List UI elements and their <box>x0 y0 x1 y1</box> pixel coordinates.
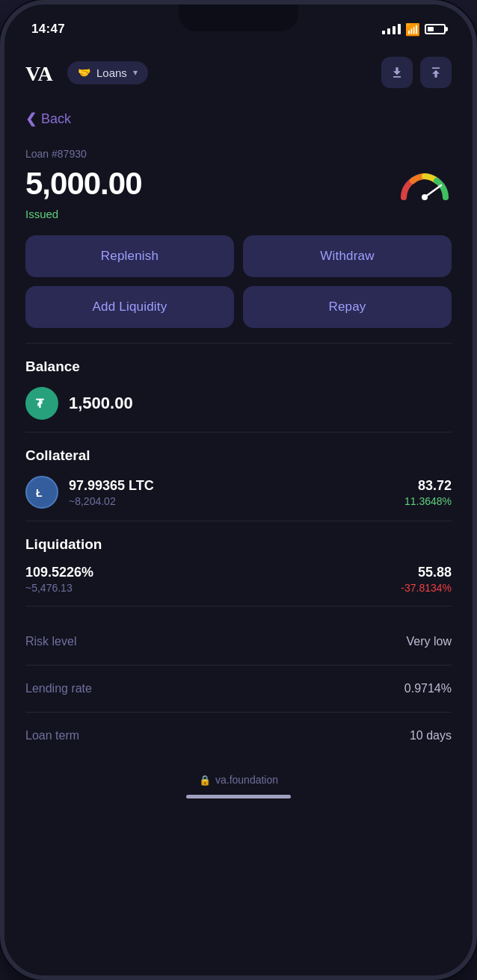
repay-button[interactable]: Repay <box>243 286 452 328</box>
withdraw-button[interactable]: Withdraw <box>243 235 452 277</box>
download-button[interactable] <box>381 57 413 88</box>
lending-rate-value: 0.9714% <box>404 682 452 695</box>
status-icons: 📶 <box>382 22 446 37</box>
collateral-percent: 11.3648% <box>404 495 452 507</box>
action-buttons: Replenish Withdraw Add Liquidity Repay <box>25 235 452 328</box>
collateral-info: 97.99365 LTC ~8,204.02 <box>69 478 394 507</box>
footer-url: va.foundation <box>215 774 278 786</box>
liquidation-neg-percent: -37.8134% <box>401 582 452 594</box>
loan-amount: 5,000.00 <box>25 166 142 202</box>
replenish-button[interactable]: Replenish <box>25 235 234 277</box>
collateral-main-value: 83.72 <box>404 478 452 494</box>
status-bar: 14:47 📶 <box>4 4 473 43</box>
tether-icon: ₮ <box>25 387 58 420</box>
collateral-values: 83.72 11.3648% <box>404 478 452 507</box>
collateral-title: Collateral <box>25 447 452 464</box>
loan-status: Issued <box>25 208 452 220</box>
va-logo: VA <box>25 58 57 87</box>
svg-text:₮: ₮ <box>36 397 44 410</box>
back-label: Back <box>41 111 71 127</box>
header: VA 🤝 Loans ▾ <box>25 43 452 99</box>
back-row: ❮ Back <box>25 99 452 142</box>
back-button[interactable]: ❮ Back <box>25 111 452 127</box>
wifi-icon: 📶 <box>405 22 420 37</box>
header-actions <box>381 57 452 88</box>
risk-level-label: Risk level <box>25 635 76 648</box>
upload-icon <box>428 65 443 80</box>
lock-icon: 🔒 <box>199 775 211 786</box>
collateral-row: Ł 97.99365 LTC ~8,204.02 83.72 11.3648% <box>25 476 452 509</box>
battery-icon <box>425 24 446 34</box>
divider-1 <box>25 343 452 344</box>
loan-info: Loan #87930 5,000.00 <box>25 142 452 235</box>
ltc-icon: Ł <box>25 476 58 509</box>
home-indicator <box>186 795 291 798</box>
loan-term-value: 10 days <box>410 729 452 742</box>
svg-line-1 <box>425 185 441 197</box>
upload-button[interactable] <box>420 57 452 88</box>
lending-rate-row: Lending rate 0.9714% <box>25 666 452 713</box>
risk-gauge <box>398 164 452 203</box>
divider-4 <box>25 606 452 607</box>
balance-amount: 1,500.00 <box>69 394 133 413</box>
svg-text:VA: VA <box>25 62 54 85</box>
back-chevron-icon: ❮ <box>25 111 37 127</box>
liquidation-sub: ~5,476.13 <box>25 582 93 594</box>
loan-number: Loan #87930 <box>25 148 452 160</box>
liquidation-value: 55.88 <box>401 565 452 580</box>
loans-label: Loans <box>96 66 127 79</box>
logo-loans-group: VA 🤝 Loans ▾ <box>25 58 148 87</box>
add-liquidity-button[interactable]: Add Liquidity <box>25 286 234 328</box>
svg-text:Ł: Ł <box>36 487 43 499</box>
loans-dropdown[interactable]: 🤝 Loans ▾ <box>67 61 148 84</box>
liquidation-row: 109.5226% ~5,476.13 55.88 -37.8134% <box>25 565 452 594</box>
chevron-down-icon: ▾ <box>133 67 138 78</box>
lending-rate-label: Lending rate <box>25 682 92 695</box>
liquidation-left: 109.5226% ~5,476.13 <box>25 565 93 594</box>
collateral-amount: 97.99365 LTC <box>69 478 394 494</box>
balance-row: ₮ 1,500.00 <box>25 387 452 420</box>
loan-term-row: Loan term 10 days <box>25 713 452 759</box>
balance-title: Balance <box>25 359 452 375</box>
loans-icon: 🤝 <box>78 66 90 78</box>
status-time: 14:47 <box>31 22 65 37</box>
divider-2 <box>25 432 452 432</box>
footer: 🔒 va.foundation <box>25 759 452 821</box>
risk-level-value: Very low <box>407 635 452 648</box>
loan-amount-row: 5,000.00 <box>25 164 452 203</box>
divider-3 <box>25 521 452 521</box>
liquidation-right: 55.88 -37.8134% <box>401 565 452 594</box>
signal-icon <box>382 24 401 34</box>
download-icon <box>390 65 404 80</box>
svg-point-2 <box>422 194 428 200</box>
liquidation-title: Liquidation <box>25 536 452 553</box>
risk-level-row: Risk level Very low <box>25 618 452 666</box>
loan-term-label: Loan term <box>25 729 79 742</box>
liquidation-percent: 109.5226% <box>25 565 93 580</box>
footer-link[interactable]: 🔒 va.foundation <box>199 774 278 786</box>
collateral-sub: ~8,204.02 <box>69 495 394 507</box>
